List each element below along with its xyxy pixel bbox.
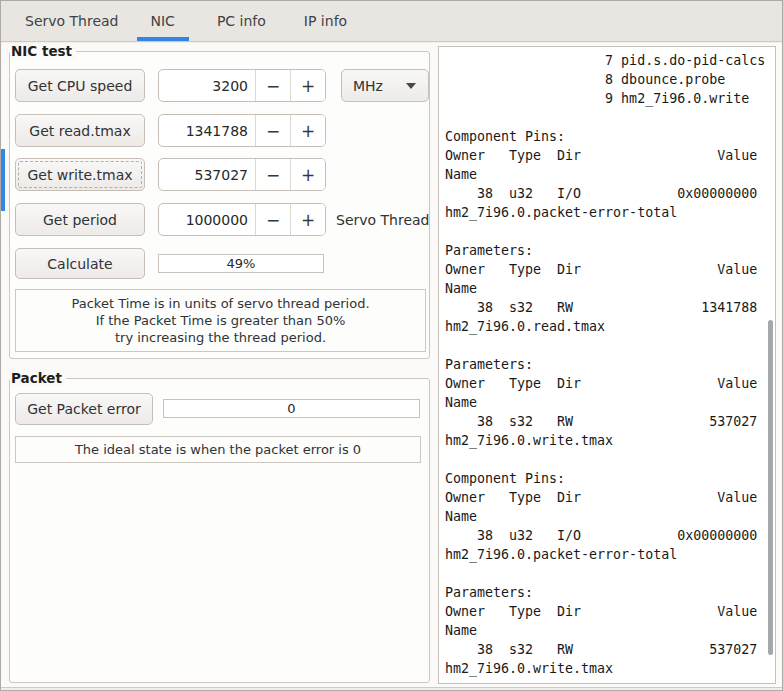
plus-icon: + [301, 121, 315, 141]
app-window: Servo Thread NIC PC info IP info NIC tes… [0, 0, 783, 691]
cpu-speed-input[interactable] [159, 70, 255, 101]
plus-icon: + [301, 76, 315, 96]
packet-frame-label: Packet [10, 371, 66, 386]
note-line: Packet Time is in units of servo thread … [71, 295, 369, 312]
spin-increment-button[interactable]: + [291, 159, 325, 190]
tab-label: Servo Thread [25, 13, 119, 29]
read-tmax-input[interactable] [159, 115, 255, 146]
get-write-tmax-button[interactable]: Get write.tmax [15, 158, 145, 191]
spin-decrement-button[interactable]: − [256, 204, 290, 235]
get-packet-error-button[interactable]: Get Packet error [15, 393, 153, 425]
unit-dropdown-value: MHz [353, 78, 383, 94]
unit-dropdown[interactable]: MHz [341, 69, 429, 102]
period-spinbox: − + [158, 203, 326, 236]
write-tmax-input[interactable] [159, 159, 255, 190]
note-line: The ideal state is when the packet error… [75, 441, 361, 458]
packet-error-note: The ideal state is when the packet error… [15, 436, 421, 463]
spin-decrement-button[interactable]: − [256, 159, 290, 190]
minus-icon: − [266, 76, 280, 96]
cpu-speed-spinbox: − + [158, 69, 326, 102]
packet-time-note: Packet Time is in units of servo thread … [15, 289, 426, 352]
packet-time-field[interactable] [158, 254, 324, 273]
tab-label: NIC [151, 13, 175, 29]
note-line: try increasing the thread period. [115, 329, 326, 346]
get-read-tmax-button[interactable]: Get read.tmax [15, 114, 145, 147]
minus-icon: − [266, 210, 280, 230]
plus-icon: + [301, 210, 315, 230]
scrollbar-thumb[interactable] [768, 320, 773, 655]
tab-ip-info[interactable]: IP info [288, 1, 363, 41]
period-input[interactable] [159, 204, 255, 235]
write-tmax-spinbox: − + [158, 158, 326, 191]
spin-increment-button[interactable]: + [291, 115, 325, 146]
tab-nic[interactable]: NIC [135, 1, 191, 41]
get-period-button[interactable]: Get period [15, 203, 145, 236]
spin-increment-button[interactable]: + [291, 204, 325, 235]
read-tmax-spinbox: − + [158, 114, 326, 147]
chevron-down-icon [406, 83, 416, 89]
tab-pc-info[interactable]: PC info [201, 1, 282, 41]
spin-decrement-button[interactable]: − [256, 70, 290, 101]
minus-icon: − [266, 121, 280, 141]
tab-label: PC info [217, 13, 266, 29]
calculate-button[interactable]: Calculate [15, 248, 145, 279]
tab-label: IP info [304, 13, 347, 29]
plus-icon: + [301, 165, 315, 185]
tab-bar: Servo Thread NIC PC info IP info [1, 1, 782, 42]
get-cpu-speed-button[interactable]: Get CPU speed [15, 69, 145, 102]
note-line: If the Packet Time is greater than 50% [96, 312, 346, 329]
left-edge-scroll-indicator[interactable] [1, 149, 5, 211]
spin-decrement-button[interactable]: − [256, 115, 290, 146]
spin-increment-button[interactable]: + [291, 70, 325, 101]
packet-error-field[interactable] [163, 399, 420, 418]
tab-servo-thread[interactable]: Servo Thread [9, 1, 135, 41]
servo-thread-label: Servo Thread [336, 203, 430, 236]
nic-test-frame-label: NIC test [10, 44, 76, 59]
hal-output-textview[interactable]: 7 pid.s.do-pid-calcs 8 dbounce.probe 9 h… [438, 46, 776, 684]
hal-output-text: 7 pid.s.do-pid-calcs 8 dbounce.probe 9 h… [439, 47, 775, 678]
minus-icon: − [266, 165, 280, 185]
